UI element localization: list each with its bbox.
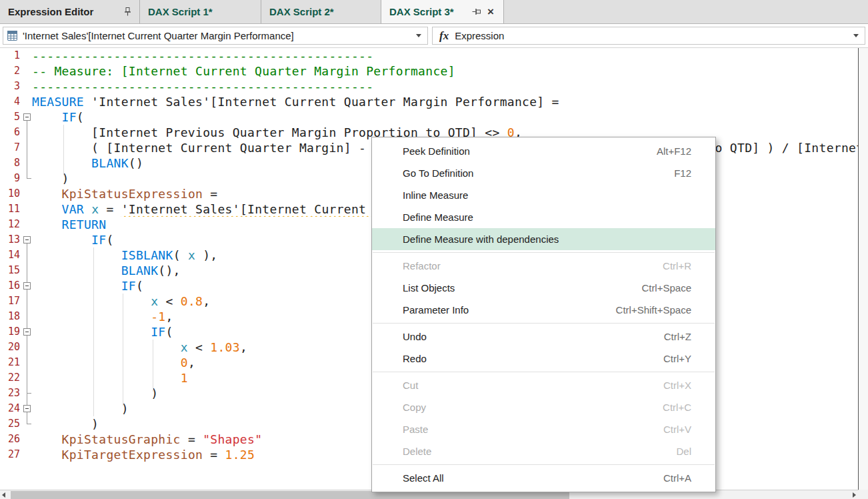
menu-item-paste: PasteCtrl+V	[372, 418, 715, 440]
property-selector-combo[interactable]: fx Expression	[432, 27, 865, 45]
line-number: 22	[0, 370, 23, 386]
fold-collapse-icon[interactable]	[23, 236, 31, 243]
line-number: 7	[0, 140, 23, 155]
menu-item-label: List Objects	[403, 282, 641, 294]
menu-item-label: Redo	[403, 353, 663, 364]
fold-gutter	[23, 232, 32, 247]
line-number: 17	[0, 294, 23, 309]
tab-label: DAX Script 2*	[269, 6, 334, 17]
line-number: 1	[0, 48, 23, 63]
tab-expression-editor[interactable]: Expression Editor	[0, 0, 140, 23]
close-icon[interactable]: ×	[486, 6, 495, 17]
line-number: 25	[0, 416, 23, 432]
toolbar: 'Internet Sales'[Internet Current Quarte…	[0, 24, 868, 48]
menu-separator	[373, 464, 715, 465]
fold-gutter	[23, 94, 32, 109]
fold-collapse-icon[interactable]	[23, 405, 31, 412]
code-row: 5 IF(	[0, 109, 858, 125]
fold-gutter	[23, 140, 32, 155]
tab-dax-script-2[interactable]: DAX Script 2*	[261, 0, 381, 23]
menu-item-go-to-definition[interactable]: Go To DefinitionF12	[372, 162, 715, 184]
fold-gutter	[23, 386, 32, 401]
fold-gutter	[23, 294, 32, 309]
line-number: 14	[0, 247, 23, 263]
code-line[interactable]: -- Measure: [Internet Current Quarter Ma…	[32, 63, 858, 79]
tab-label: DAX Script 3*	[389, 6, 454, 17]
fold-gutter	[23, 79, 32, 94]
object-selector-value: 'Internet Sales'[Internet Current Quarte…	[23, 30, 416, 41]
menu-item-delete: DeleteDel	[372, 440, 715, 462]
menu-item-define-measure-with-dependencies[interactable]: Define Measure with dependencies	[372, 228, 715, 250]
vertical-scrollbar[interactable]	[859, 48, 868, 490]
scroll-right-icon[interactable]	[853, 492, 856, 498]
line-number: 23	[0, 386, 23, 401]
tab-dax-script-3[interactable]: DAX Script 3*×	[381, 0, 504, 23]
line-number: 21	[0, 355, 23, 370]
menu-item-shortcut: Ctrl+Y	[663, 353, 691, 364]
tab-bar: Expression EditorDAX Script 1*DAX Script…	[0, 0, 868, 24]
menu-item-redo[interactable]: RedoCtrl+Y	[372, 348, 715, 370]
menu-item-cut: CutCtrl+X	[372, 374, 715, 396]
menu-item-shortcut: Ctrl+X	[663, 380, 691, 391]
fold-gutter	[23, 48, 32, 63]
code-line[interactable]: MEASURE 'Internet Sales'[Internet Curren…	[32, 94, 858, 109]
property-selector-value: Expression	[455, 30, 853, 41]
line-number: 4	[0, 94, 23, 109]
fold-gutter	[23, 247, 32, 263]
indent-guide	[93, 247, 94, 416]
dax-script-editor-window: Expression EditorDAX Script 1*DAX Script…	[0, 0, 868, 499]
fold-gutter	[23, 309, 32, 324]
menu-item-undo[interactable]: UndoCtrl+Z	[372, 326, 715, 348]
object-selector-combo[interactable]: 'Internet Sales'[Internet Current Quarte…	[3, 27, 428, 45]
line-number: 6	[0, 125, 23, 140]
menu-item-select-all[interactable]: Select AllCtrl+A	[372, 467, 715, 489]
chevron-down-icon[interactable]	[853, 34, 859, 37]
pin-icon[interactable]	[472, 8, 481, 15]
fold-gutter	[23, 401, 32, 416]
line-number: 10	[0, 186, 23, 201]
fold-collapse-icon[interactable]	[23, 328, 31, 336]
indent-guide	[63, 125, 64, 175]
scrollbar-corner	[859, 490, 868, 499]
menu-item-shortcut: Ctrl+R	[663, 260, 691, 272]
fold-gutter	[23, 201, 32, 217]
fold-gutter	[23, 217, 32, 232]
line-number: 20	[0, 340, 23, 355]
line-number: 27	[0, 447, 23, 462]
menu-item-label: Inline Measure	[403, 189, 691, 201]
fold-gutter	[23, 447, 32, 462]
menu-item-parameter-info[interactable]: Parameter InfoCtrl+Shift+Space	[372, 299, 715, 321]
line-number: 8	[0, 155, 23, 171]
pin-icon[interactable]	[124, 7, 131, 16]
menu-item-label: Go To Definition	[403, 167, 674, 179]
fold-gutter	[23, 186, 32, 201]
fold-gutter	[23, 171, 32, 186]
fold-gutter	[23, 109, 32, 125]
line-number: 9	[0, 171, 23, 186]
menu-item-shortcut: Del	[676, 446, 691, 457]
code-line[interactable]: ----------------------------------------…	[32, 79, 858, 94]
chevron-down-icon[interactable]	[416, 34, 421, 37]
line-number: 5	[0, 109, 23, 125]
code-line[interactable]: IF(	[32, 109, 858, 125]
menu-item-copy: CopyCtrl+C	[372, 396, 715, 418]
menu-item-peek-definition[interactable]: Peek DefinitionAlt+F12	[372, 140, 715, 162]
line-number: 2	[0, 63, 23, 79]
line-number: 24	[0, 401, 23, 416]
menu-item-label: Refactor	[403, 260, 663, 272]
tab-label: Expression Editor	[8, 6, 93, 17]
menu-item-define-measure[interactable]: Define Measure	[372, 206, 715, 228]
menu-item-shortcut: Alt+F12	[657, 145, 691, 157]
fold-collapse-icon[interactable]	[23, 113, 31, 121]
menu-item-label: Paste	[403, 424, 663, 435]
line-number: 15	[0, 263, 23, 278]
menu-item-list-objects[interactable]: List ObjectsCtrl+Space	[372, 277, 715, 299]
menu-item-inline-measure[interactable]: Inline Measure	[372, 184, 715, 206]
code-line[interactable]: ----------------------------------------…	[32, 48, 858, 63]
code-row: 4MEASURE 'Internet Sales'[Internet Curre…	[0, 94, 858, 109]
menu-item-shortcut: F12	[674, 167, 691, 179]
fold-collapse-icon[interactable]	[23, 282, 31, 290]
scroll-left-icon[interactable]	[2, 492, 5, 498]
tab-dax-script-1[interactable]: DAX Script 1*	[140, 0, 261, 23]
fold-gutter	[23, 432, 32, 447]
